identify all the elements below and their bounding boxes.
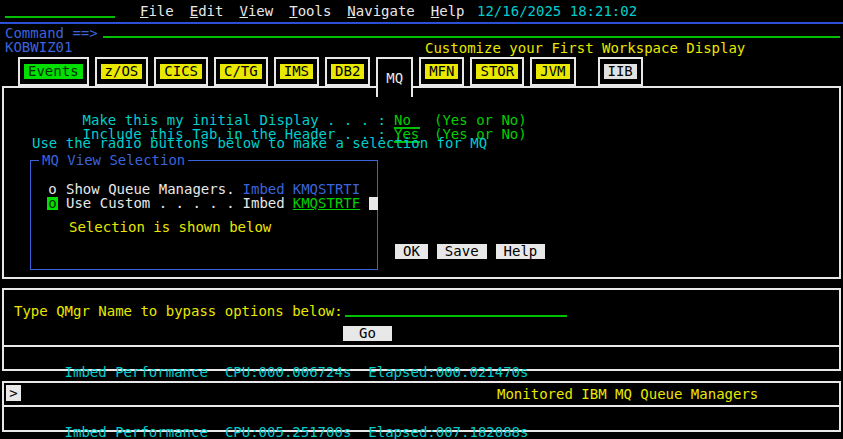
dialog-buttons: OK Save Help — [395, 244, 545, 259]
mq-settings-panel: Make this my initial Display . . . :No(Y… — [2, 86, 841, 279]
monitored-title: Monitored IBM MQ Queue Managers — [497, 387, 758, 401]
qmgr-name-input[interactable] — [345, 304, 567, 317]
terminal-screen: File Edit View Tools Navigate Help 12/16… — [0, 0, 843, 439]
menu-view[interactable]: View — [239, 4, 273, 18]
tab-zos[interactable]: z/OS — [95, 57, 149, 86]
tab-ctg[interactable]: C/TG — [214, 57, 268, 86]
imbed-label: Imbed — [243, 196, 285, 210]
divider — [2, 405, 841, 407]
group-title: MQ View Selection — [39, 153, 188, 167]
ok-button[interactable]: OK — [395, 244, 428, 259]
radio-selected-icon[interactable]: o — [47, 197, 58, 210]
imbed-label: Imbed — [243, 182, 285, 196]
tab-cics[interactable]: CICS — [154, 57, 208, 86]
menu-separator — [0, 22, 843, 24]
tab-iib[interactable]: IIB — [598, 57, 643, 86]
qmgr-bypass-panel: Type QMgr Name to bypass options below: … — [2, 288, 841, 371]
menubar-input-field[interactable] — [5, 16, 115, 18]
menubar: File Edit View Tools Navigate Help 12/16… — [0, 0, 843, 22]
prompt-chevron-icon[interactable]: > — [6, 385, 21, 401]
option-show-queue-managers[interactable]: oShow Queue Managers.ImbedKMQSTRTI — [47, 182, 360, 196]
tab-stor[interactable]: STOR — [470, 57, 524, 86]
command-input[interactable] — [103, 26, 840, 38]
imbed-performance-status: Imbed PerformanceCPU:005.251700sElapsed:… — [14, 411, 528, 439]
option-use-custom[interactable]: oUse Custom . . . . .ImbedKMQSTRTF — [47, 196, 378, 210]
tab-ims[interactable]: IMS — [274, 57, 319, 86]
menu-help[interactable]: Help — [431, 4, 465, 18]
tab-mfn[interactable]: MFN — [419, 57, 464, 86]
tab-events[interactable]: Events — [18, 57, 89, 86]
help-button[interactable]: Help — [496, 244, 546, 259]
tab-jvm[interactable]: JVM — [530, 57, 575, 86]
imbed-value: KMQSTRTI — [293, 182, 360, 196]
radio-instruction: Use the radio buttons below to make a se… — [32, 136, 487, 150]
qmgr-name-label: Type QMgr Name to bypass options below: — [14, 304, 343, 318]
radio-unselected-icon[interactable]: o — [47, 183, 58, 196]
divider — [2, 345, 841, 347]
menu-navigate[interactable]: Navigate — [347, 4, 414, 18]
tab-bar: Events z/OS CICS C/TG IMS DB2 MQ MFN STO… — [18, 57, 843, 97]
save-button[interactable]: Save — [437, 244, 487, 259]
menu-tools[interactable]: Tools — [289, 4, 331, 18]
tab-mq[interactable]: MQ — [376, 57, 413, 97]
selection-note: Selection is shown below — [69, 220, 271, 234]
monitored-qmgrs-panel: > Monitored IBM MQ Queue Managers Imbed … — [2, 381, 841, 432]
menu-file[interactable]: File — [140, 4, 174, 18]
mq-view-selection-group: MQ View Selection oShow Queue Managers.I… — [30, 160, 378, 270]
go-button[interactable]: Go — [343, 326, 392, 341]
text-cursor — [369, 197, 378, 210]
panel-id: KOBWIZ01 — [5, 40, 72, 54]
tab-db2[interactable]: DB2 — [325, 57, 370, 86]
imbed-value-link[interactable]: KMQSTRTF — [293, 196, 360, 210]
datetime: 12/16/2025 18:21:02 — [477, 4, 637, 18]
menu-edit[interactable]: Edit — [190, 4, 224, 18]
command-label: Command ==> — [5, 26, 98, 40]
page-title: Customize your First Workspace Display — [425, 41, 745, 55]
